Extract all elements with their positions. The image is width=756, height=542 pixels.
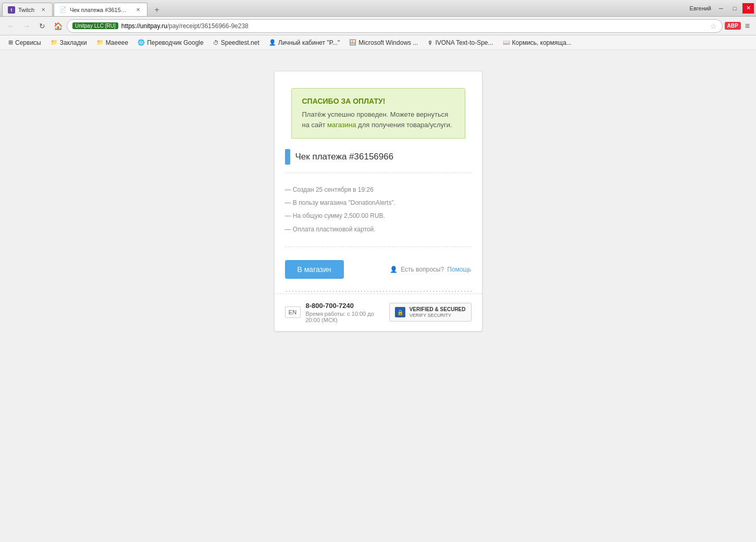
tab-receipt[interactable]: 📄 Чек платежа #36156966 ✕ xyxy=(54,3,147,16)
person-icon: 👤 xyxy=(390,266,398,273)
minimize-button[interactable]: ─ xyxy=(715,3,727,14)
close-button[interactable]: ✕ xyxy=(742,3,754,14)
bookmark-speedtest[interactable]: ⏱ Speedtest.net xyxy=(209,38,264,48)
twitch-icon: t xyxy=(8,6,15,14)
bookmark-cabinet[interactable]: 👤 Личный кабинет "P..." xyxy=(265,38,344,48)
kormis-icon: 📖 xyxy=(503,39,510,46)
url-domain: https://unitpay.ru xyxy=(121,22,167,30)
bookmark-maeee[interactable]: 📁 Маееее xyxy=(92,38,133,48)
bookmark-kormis-label: Кормись, кормяща... xyxy=(512,39,572,46)
bookmark-maeee-label: Маееее xyxy=(106,39,129,46)
speedtest-icon: ⏱ xyxy=(213,40,219,46)
help-link[interactable]: Помощь xyxy=(447,266,471,273)
bookmark-speedtest-label: Speedtest.net xyxy=(221,39,259,46)
tab-twitch-close[interactable]: ✕ xyxy=(40,6,47,14)
bookmarks-icon: 📁 xyxy=(51,39,58,46)
window-controls: ─ □ ✕ xyxy=(715,3,754,14)
help-question: Есть вопросы? xyxy=(401,266,444,273)
bookmark-services[interactable]: ⊞ Сервисы xyxy=(4,38,45,48)
forward-button[interactable]: → xyxy=(20,19,33,33)
page-icon: 📄 xyxy=(59,6,67,14)
cabinet-icon: 👤 xyxy=(269,39,276,46)
new-tab-button[interactable]: + xyxy=(151,4,163,16)
ivona-icon: 🎙 xyxy=(427,40,433,46)
verified-line1: VERIFIED & SECURED xyxy=(410,306,466,313)
services-icon: ⊞ xyxy=(8,39,13,46)
tab-twitch[interactable]: t Twitch ✕ xyxy=(2,3,53,16)
success-suffix: для получения товара/услуги. xyxy=(358,121,452,129)
back-button[interactable]: ← xyxy=(4,19,18,33)
receipt-footer: EN 8-800-700-7240 Время работы: с 10:00 … xyxy=(275,293,482,331)
bookmark-windows-label: Microsoft Windows ... xyxy=(358,39,418,46)
url-path: /pay/receipt/36156966-9e238 xyxy=(167,22,249,30)
bookmark-bookmarks-label: Закладки xyxy=(60,39,87,46)
receipt-header: Чек платежа #36156966 xyxy=(285,149,472,173)
bookmark-cabinet-label: Личный кабинет "P..." xyxy=(278,39,340,46)
receipt-details: — Создан 25 сентября в 19:26 — В пользу … xyxy=(285,183,472,236)
success-banner: СПАСИБО ЗА ОПЛАТУ! Платёж успешно провед… xyxy=(291,88,465,139)
verified-line2: VERIFY SECURITY xyxy=(410,313,466,318)
windows-icon: 🪟 xyxy=(349,39,356,46)
bookmark-kormis[interactable]: 📖 Кормись, кормяща... xyxy=(499,38,576,48)
home-button[interactable]: 🏠 xyxy=(51,19,65,33)
maximize-button[interactable]: □ xyxy=(729,3,740,14)
language-selector[interactable]: EN xyxy=(285,306,301,318)
receipt-container: СПАСИБО ЗА ОПЛАТУ! Платёж успешно провед… xyxy=(274,71,482,331)
adblock-button[interactable]: ABP xyxy=(725,22,741,30)
verified-icon: 🔒 xyxy=(395,307,405,317)
receipt-body: Чек платежа #36156966 — Создан 25 сентяб… xyxy=(275,139,482,289)
browser-menu-button[interactable]: ≡ xyxy=(743,20,752,32)
bookmark-windows[interactable]: 🪟 Microsoft Windows ... xyxy=(345,38,422,48)
bookmark-star-icon[interactable]: ☆ xyxy=(710,22,717,30)
ssl-badge: Unitpay LLC [RU] xyxy=(72,22,118,29)
receipt-color-icon xyxy=(285,149,290,165)
receipt-actions: В магазин 👤 Есть вопросы? Помощь xyxy=(285,255,472,279)
help-section: 👤 Есть вопросы? Помощь xyxy=(390,266,471,273)
tab-receipt-close[interactable]: ✕ xyxy=(134,6,142,14)
tab-bar: t Twitch ✕ 📄 Чек платежа #36156966 ✕ + xyxy=(2,0,686,16)
title-bar: t Twitch ✕ 📄 Чек платежа #36156966 ✕ + Е… xyxy=(0,0,756,17)
store-link[interactable]: магазина xyxy=(327,121,356,129)
verified-text-block: VERIFIED & SECURED VERIFY SECURITY xyxy=(410,306,466,318)
receipt-title: Чек платежа #36156966 xyxy=(295,152,394,162)
address-text: https://unitpay.ru/pay/receipt/36156966-… xyxy=(121,22,707,30)
user-name: Евгений xyxy=(686,4,715,13)
receipt-detail-2: — В пользу магазина "DonationAlerts". xyxy=(285,196,472,210)
success-title: СПАСИБО ЗА ОПЛАТУ! xyxy=(302,97,454,105)
nav-bar: ← → ↻ 🏠 Unitpay LLC [RU] https://unitpay… xyxy=(0,17,756,35)
bookmark-translate[interactable]: 🌐 Переводчик Google xyxy=(133,38,208,48)
verified-badge: 🔒 VERIFIED & SECURED VERIFY SECURITY xyxy=(389,303,472,322)
dashed-separator xyxy=(285,289,472,293)
bookmark-services-label: Сервисы xyxy=(15,39,41,46)
bookmark-bookmarks[interactable]: 📁 Закладки xyxy=(46,38,91,48)
footer-hours: Время работы: с 10:00 до 20:00 (МСК) xyxy=(306,311,389,323)
receipt-divider xyxy=(285,247,472,247)
address-bar[interactable]: Unitpay LLC [RU] https://unitpay.ru/pay/… xyxy=(67,19,723,33)
bookmarks-bar: ⊞ Сервисы 📁 Закладки 📁 Маееее 🌐 Переводч… xyxy=(0,35,756,50)
tab-receipt-label: Чек платежа #36156966 xyxy=(70,7,129,13)
bookmark-translate-label: Переводчик Google xyxy=(147,39,204,46)
receipt-detail-4: — Оплата пластиковой картой. xyxy=(285,223,472,236)
bookmark-ivona-label: IVONA Text-to-Spe... xyxy=(435,39,493,46)
footer-contact: 8-800-700-7240 Время работы: с 10:00 до … xyxy=(306,302,389,323)
maeee-icon: 📁 xyxy=(96,39,104,46)
footer-phone: 8-800-700-7240 xyxy=(306,302,389,310)
receipt-detail-3: — На общую сумму 2,500.00 RUB. xyxy=(285,210,472,223)
translate-icon: 🌐 xyxy=(138,39,145,46)
tab-twitch-label: Twitch xyxy=(18,7,34,13)
store-button[interactable]: В магазин xyxy=(285,260,344,279)
reload-button[interactable]: ↻ xyxy=(35,19,49,33)
page-background: СПАСИБО ЗА ОПЛАТУ! Платёж успешно провед… xyxy=(0,50,756,542)
success-text: Платёж успешно проведен. Можете вернутьс… xyxy=(302,109,454,130)
receipt-detail-1: — Создан 25 сентября в 19:26 xyxy=(285,183,472,196)
bookmark-ivona[interactable]: 🎙 IVONA Text-to-Spe... xyxy=(423,38,497,48)
